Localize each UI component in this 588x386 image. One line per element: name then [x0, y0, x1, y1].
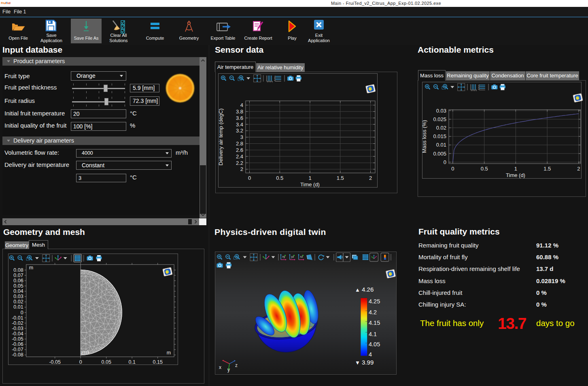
svg-text:z: z	[235, 363, 238, 368]
svg-text:xz: xz	[300, 255, 304, 258]
svg-text:yz: yz	[291, 255, 295, 258]
svg-text:y: y	[227, 367, 230, 373]
svg-text:xy: xy	[282, 255, 286, 258]
svg-text:x: x	[219, 365, 221, 370]
